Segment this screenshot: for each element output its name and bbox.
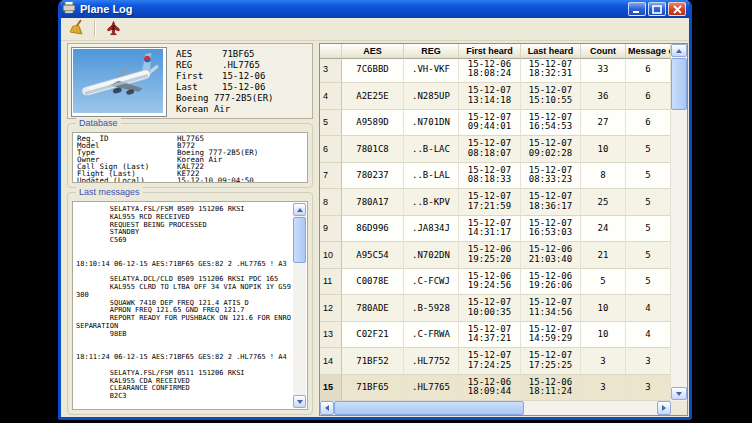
field-value: 15-12-10 09:04:50: [177, 177, 254, 183]
reg-cell: ..B-LAL: [404, 163, 459, 190]
reg-cell: .HL7752: [404, 348, 459, 375]
app-icon: [62, 0, 76, 18]
table-row[interactable]: 10A95C54.N702DN15-12-0619:25:2015-12-062…: [320, 242, 671, 269]
first-heard-time: 18:09:44: [468, 387, 511, 397]
last-heard-cell: 15-12-0716:54:53: [521, 110, 581, 137]
reg-cell: .N285UP: [404, 83, 459, 110]
count-cell: 10: [581, 136, 626, 163]
table-row[interactable]: 8780A17..B-KPV15-12-0717:21:5915-12-0718…: [320, 189, 671, 216]
first-heard-time: 08:18:07: [468, 149, 511, 159]
first-heard-cell: 15-12-0714:31:17: [459, 216, 521, 243]
aircraft-summary-row: AES71BF65: [176, 49, 274, 60]
aes-cell: 780ADE: [342, 295, 404, 322]
scroll-down-button[interactable]: [293, 395, 306, 408]
table-vertical-scrollbar[interactable]: [671, 44, 687, 401]
reg-cell: .VH-VKF: [404, 59, 459, 83]
aircraft-filter-button[interactable]: [102, 19, 124, 39]
aes-cell: 71BF65: [342, 375, 404, 402]
table-row[interactable]: 4A2E25E.N285UP15-12-0713:14:1815-12-0715…: [320, 83, 671, 110]
field-label: REG: [176, 60, 222, 71]
aircraft-summary-row: Korean Air: [176, 104, 274, 115]
table-row[interactable]: 67801C8..B-LAC15-12-0708:18:0715-12-0709…: [320, 136, 671, 163]
table-row[interactable]: 13C02F21.C-FRWA15-12-0714:37:2115-12-071…: [320, 322, 671, 349]
column-header[interactable]: Last heard: [521, 44, 581, 59]
table-row-cells: 986D996.JA834J15-12-0714:31:1715-12-0716…: [320, 216, 671, 243]
table-row[interactable]: 986D996.JA834J15-12-0714:31:1715-12-0716…: [320, 216, 671, 243]
scrollbar-thumb[interactable]: [334, 401, 524, 415]
column-header[interactable]: [320, 44, 342, 59]
scrollbar-thumb[interactable]: [293, 217, 306, 263]
column-header[interactable]: REG: [404, 44, 459, 59]
scroll-left-button[interactable]: [320, 401, 334, 415]
first-heard-cell: 15-12-0708:18:33: [459, 163, 521, 190]
first-heard-cell: 15-12-0710:00:35: [459, 295, 521, 322]
field-value: .HL7765: [222, 60, 260, 71]
field-label: AES: [176, 49, 222, 60]
first-heard-time: 09:44:01: [468, 122, 511, 132]
scroll-down-button[interactable]: [671, 387, 687, 400]
column-header[interactable]: Count: [581, 44, 626, 59]
table-row-cells: 37C6BBD.VH-VKF15-12-0618:08:2415-12-0718…: [320, 59, 671, 83]
message-count-cell: 5: [626, 216, 671, 243]
first-heard-cell: 15-12-0717:24:25: [459, 348, 521, 375]
row-number-cell: 13: [320, 322, 342, 349]
message-count-cell: 6: [626, 83, 671, 110]
last-messages-groupbox: Last messages SELATYA.FSL/FSM 0509 15120…: [67, 192, 313, 415]
reg-cell: .C-FCWJ: [404, 269, 459, 296]
message-count-cell: 3: [626, 348, 671, 375]
aes-cell: 86D996: [342, 216, 404, 243]
last-messages-box[interactable]: SELATYA.FSL/FSM 0509 151206 RKSI KAL955 …: [72, 201, 308, 410]
column-header[interactable]: First heard: [459, 44, 521, 59]
reg-cell: .C-FRWA: [404, 322, 459, 349]
count-cell: 21: [581, 242, 626, 269]
row-number-cell: 6: [320, 136, 342, 163]
aircraft-summary-row: Last15-12-06: [176, 82, 274, 93]
clear-broom-button[interactable]: [66, 19, 88, 39]
count-cell: 25: [581, 189, 626, 216]
minimize-button[interactable]: [628, 2, 646, 16]
first-heard-time: 18:08:24: [468, 69, 511, 79]
scroll-right-button[interactable]: [657, 401, 671, 415]
table-horizontal-scrollbar[interactable]: [320, 401, 671, 415]
last-heard-time: 09:02:28: [529, 149, 572, 159]
count-cell: 10: [581, 322, 626, 349]
message-count-cell: 5: [626, 163, 671, 190]
table-row[interactable]: 7780237..B-LAL15-12-0708:18:3315-12-0708…: [320, 163, 671, 190]
aircraft-summary-row: First15-12-06: [176, 71, 274, 82]
table-row[interactable]: 1471BF52.HL775215-12-0717:24:2515-12-071…: [320, 348, 671, 375]
count-cell: 10: [581, 295, 626, 322]
last-heard-time: 18:36:17: [529, 202, 572, 212]
title-bar[interactable]: Plane Log: [58, 0, 692, 18]
row-number-cell: 7: [320, 163, 342, 190]
reg-cell: ..B-LAC: [404, 136, 459, 163]
message-count-cell: 6: [626, 110, 671, 137]
close-button[interactable]: [668, 2, 686, 16]
reg-cell: .N702DN: [404, 242, 459, 269]
row-number-cell: 5: [320, 110, 342, 137]
table-row[interactable]: 12780ADE.B-592815-12-0710:00:3515-12-071…: [320, 295, 671, 322]
column-header[interactable]: Message cou: [626, 44, 671, 59]
aircraft-summary-row: REG.HL7765: [176, 60, 274, 71]
aircraft-summary-row: Boeing 777-2B5(ER): [176, 93, 274, 104]
first-heard-time: 14:37:21: [468, 334, 511, 344]
window-title: Plane Log: [80, 3, 133, 15]
table-row[interactable]: 5A9589D.N701DN15-12-0709:44:0115-12-0716…: [320, 110, 671, 137]
table-row[interactable]: 1571BF65.HL776515-12-0618:09:4415-12-061…: [320, 375, 671, 402]
scrollbar-thumb[interactable]: [671, 58, 687, 110]
row-number-cell: 4: [320, 83, 342, 110]
messages-scrollbar[interactable]: [293, 203, 306, 408]
scroll-up-button[interactable]: [671, 44, 687, 57]
first-heard-time: 17:21:59: [468, 202, 511, 212]
last-heard-cell: 15-12-0711:34:56: [521, 295, 581, 322]
last-heard-cell: 15-12-0716:53:03: [521, 216, 581, 243]
maximize-button[interactable]: [648, 2, 666, 16]
table-row[interactable]: 37C6BBD.VH-VKF15-12-0618:08:2415-12-0718…: [320, 59, 671, 83]
reg-cell: .N701DN: [404, 110, 459, 137]
first-heard-cell: 15-12-0714:37:21: [459, 322, 521, 349]
table-row-cells: 7780237..B-LAL15-12-0708:18:3315-12-0708…: [320, 163, 671, 190]
last-heard-cell: 15-12-0619:26:06: [521, 269, 581, 296]
table-row[interactable]: 11C0078E.C-FCWJ15-12-0619:24:5615-12-061…: [320, 269, 671, 296]
column-header[interactable]: AES: [342, 44, 404, 59]
scroll-up-button[interactable]: [293, 203, 306, 216]
red-plane-icon: [106, 20, 121, 39]
